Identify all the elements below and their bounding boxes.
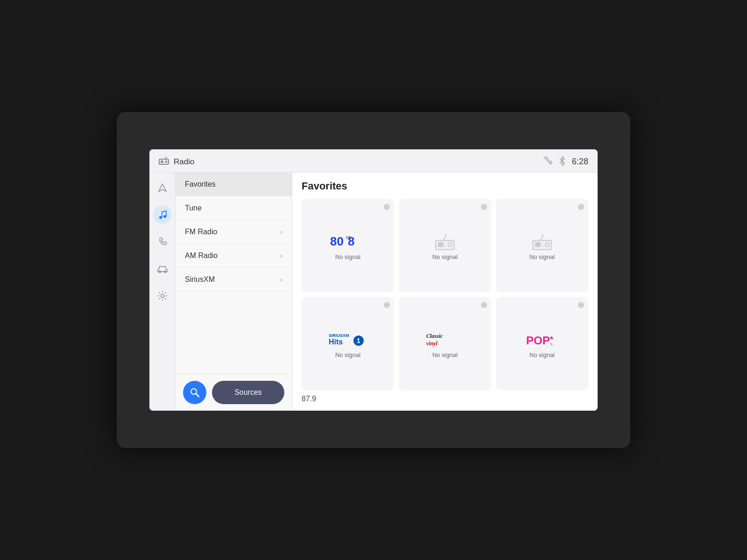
logo-80s8: 80 on 8	[329, 232, 366, 251]
nav-arrow-am: ›	[280, 252, 282, 259]
content-area: Favorites ⊕ 80 on 8 No signal	[292, 173, 598, 411]
svg-text:POP: POP	[526, 334, 550, 347]
nav-item-favorites[interactable]: Favorites	[176, 173, 292, 196]
svg-point-2	[165, 161, 167, 163]
fav-card-6[interactable]: ⊕ POP ★ s No signal	[496, 297, 588, 390]
radio-icon	[159, 156, 169, 167]
nav-arrow-fm: ›	[280, 228, 282, 236]
fav-card-5[interactable]: ⊕ Classic vinyl No signal	[399, 297, 491, 390]
sidebar-icon-phone[interactable]	[153, 232, 172, 251]
sidebar-icons	[149, 173, 176, 411]
frequency-display: 87.9	[302, 395, 588, 403]
nav-item-tune[interactable]: Tune	[176, 196, 292, 220]
svg-rect-1	[161, 161, 163, 163]
header-right: 6:28	[543, 156, 588, 168]
nav-item-fm-radio[interactable]: FM Radio ›	[176, 220, 292, 244]
bluetooth-icon	[559, 156, 565, 168]
header-title: Radio	[174, 157, 194, 167]
add-favorite-6[interactable]: ⊕	[578, 300, 585, 310]
logo-siriusxm: SIRIUSXM Hits 1	[328, 330, 368, 349]
sidebar-icon-settings[interactable]	[153, 287, 172, 305]
svg-line-22	[541, 234, 543, 240]
car-frame: Radio 6:28	[117, 112, 630, 448]
svg-text:8: 8	[348, 234, 354, 248]
add-favorite-5[interactable]: ⊕	[480, 300, 487, 310]
screen: Radio 6:28	[149, 149, 598, 411]
sidebar-icon-music[interactable]	[153, 205, 172, 224]
svg-text:★: ★	[549, 335, 554, 341]
card-3-status: No signal	[529, 253, 555, 260]
header: Radio 6:28	[149, 149, 598, 173]
header-left: Radio	[159, 156, 194, 167]
sidebar-icon-car[interactable]	[153, 259, 172, 278]
nav-item-siriusxm[interactable]: SiriusXM ›	[176, 268, 292, 292]
logo-classic-vinyl: Classic vinyl	[425, 330, 465, 349]
favorites-grid: ⊕ 80 on 8 No signal ⊕	[302, 199, 588, 390]
svg-point-6	[163, 215, 166, 218]
search-button[interactable]	[183, 381, 206, 404]
card-6-status: No signal	[529, 351, 555, 358]
card-4-status: No signal	[335, 351, 360, 358]
svg-rect-20	[535, 242, 541, 247]
add-favorite-1[interactable]: ⊕	[383, 202, 390, 212]
fav-card-2[interactable]: ⊕ No signal	[399, 199, 491, 292]
time-display: 6:28	[572, 157, 588, 167]
no-phone-icon	[543, 156, 552, 167]
svg-text:vinyl: vinyl	[426, 340, 438, 347]
svg-rect-16	[438, 242, 444, 247]
add-favorite-4[interactable]: ⊕	[383, 300, 390, 310]
content-title: Favorites	[302, 180, 588, 192]
svg-line-11	[196, 394, 199, 397]
svg-text:80: 80	[330, 234, 344, 248]
svg-text:Classic: Classic	[426, 333, 443, 339]
fav-card-1[interactable]: ⊕ 80 on 8 No signal	[302, 199, 394, 292]
nav-menu: Favorites Tune FM Radio › AM Radio › Sir…	[176, 173, 292, 411]
svg-text:1: 1	[357, 337, 360, 344]
svg-text:Hits: Hits	[329, 338, 343, 346]
svg-line-18	[444, 234, 446, 240]
logo-radio-2	[433, 232, 457, 251]
svg-text:s: s	[550, 342, 553, 346]
add-favorite-2[interactable]: ⊕	[480, 202, 487, 212]
main-area: Favorites Tune FM Radio › AM Radio › Sir…	[149, 173, 598, 411]
nav-arrow-sxm: ›	[280, 276, 282, 283]
svg-marker-4	[159, 184, 166, 191]
svg-text:SIRIUSXM: SIRIUSXM	[329, 333, 349, 338]
svg-point-9	[161, 294, 164, 298]
add-favorite-3[interactable]: ⊕	[578, 202, 585, 212]
card-1-status: No signal	[335, 253, 360, 260]
sidebar-icon-navigation[interactable]	[153, 178, 172, 197]
logo-pop: POP ★ s	[526, 330, 558, 349]
nav-item-am-radio[interactable]: AM Radio ›	[176, 244, 292, 268]
sources-button[interactable]: Sources	[212, 381, 284, 404]
card-5-status: No signal	[432, 351, 458, 358]
card-2-status: No signal	[432, 253, 458, 260]
logo-radio-3	[530, 232, 554, 251]
nav-bottom-bar: Sources	[176, 374, 292, 411]
fav-card-4[interactable]: ⊕ SIRIUSXM Hits 1 No signal	[302, 297, 394, 390]
fav-card-3[interactable]: ⊕ No signal	[496, 199, 588, 292]
